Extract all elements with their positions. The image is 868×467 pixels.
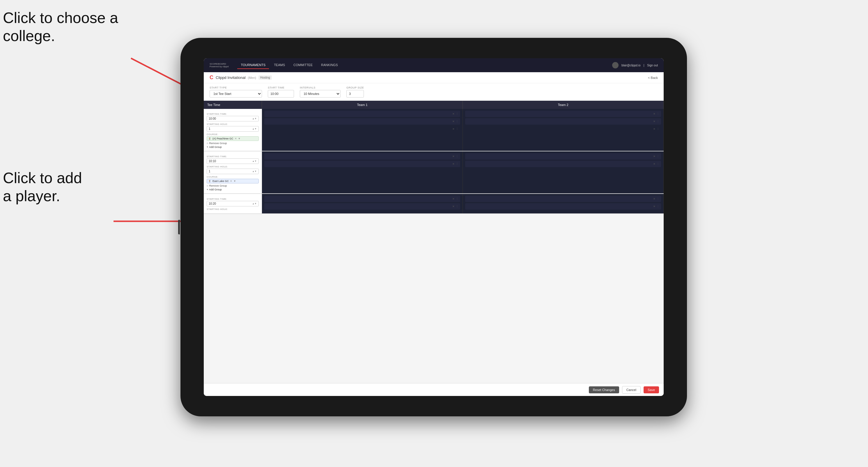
expand-icon[interactable]: ✕ [452, 127, 455, 130]
course-remove-1[interactable]: ✕ [235, 137, 237, 140]
start-type-group: Start Type 1st Tee Start [210, 86, 262, 97]
list-item[interactable]: ✕ ⋮ [264, 118, 460, 125]
list-item[interactable]: ✕ ⋮ [264, 196, 460, 202]
course-tag-2[interactable]: 🏌 East Lake GC ✕ ▼ [207, 179, 259, 183]
more-icon[interactable]: ⋮ [657, 162, 659, 165]
intervals-select[interactable]: 10 Minutes [300, 90, 341, 97]
expand-icon[interactable]: ✕ [452, 113, 455, 115]
starting-hole-input-1[interactable]: 1 ▲▼ [207, 126, 259, 132]
starting-time-input-3[interactable]: 10:20 ▲▼ [207, 201, 259, 207]
starting-time-label-3: STARTING TIME: [207, 198, 259, 200]
more-icon[interactable]: ⋮ [456, 197, 459, 200]
more-icon[interactable]: ⋮ [657, 205, 659, 208]
start-time-label: Start Time [268, 86, 294, 89]
user-email: blair@clippd.io [621, 64, 641, 67]
more-icon[interactable]: ⋮ [456, 205, 459, 208]
start-type-select[interactable]: 1st Tee Start [210, 90, 262, 97]
table-row: STARTING TIME: 10:20 ▲▼ STARTING HOLE: ✕… [204, 194, 664, 214]
table-row: STARTING TIME: 10:10 ▲▼ STARTING HOLE: 1… [204, 151, 664, 194]
hosting-badge: Hosting [258, 75, 272, 80]
expand-icon[interactable]: ✕ [653, 205, 655, 208]
more-icon[interactable]: ⋮ [456, 113, 459, 115]
expand-icon[interactable]: ✕ [452, 162, 455, 165]
expand-icon[interactable]: ✕ [653, 127, 655, 130]
list-item[interactable]: ✕ ⋮ [465, 161, 661, 167]
course-remove-2[interactable]: ✕ [230, 180, 232, 183]
left-panel-3: STARTING TIME: 10:20 ▲▼ STARTING HOLE: [204, 194, 262, 213]
more-icon[interactable]: ⋮ [657, 120, 659, 123]
expand-icon[interactable]: ✕ [452, 120, 455, 123]
expand-icon[interactable]: ✕ [653, 162, 655, 165]
expand-icon[interactable]: ✕ [653, 155, 655, 158]
table-body: STARTING TIME: 10:00 ▲▼ STARTING HOLE: 1… [204, 109, 664, 383]
more-icon[interactable]: ⋮ [456, 162, 459, 165]
sub-header: C Clippd Invitational (Men) Hosting < Ba… [204, 72, 664, 83]
table-header: Tee Time Team 1 Team 2 [204, 101, 664, 109]
table-row: STARTING TIME: 10:00 ▲▼ STARTING HOLE: 1… [204, 109, 664, 151]
course-icon-1: 🏌 [209, 137, 211, 140]
list-item[interactable]: ✕ ⋮ [264, 126, 460, 132]
list-item[interactable]: ✕ ⋮ [264, 161, 460, 167]
team2-header: Team 2 [463, 101, 664, 109]
starting-time-input-2[interactable]: 10:10 ▲▼ [207, 158, 259, 164]
nav-teams[interactable]: TEAMS [271, 61, 288, 69]
list-item[interactable]: ✕ ⋮ [465, 196, 661, 202]
group-size-input[interactable] [346, 90, 364, 97]
sign-out-link[interactable]: Sign out [647, 64, 658, 67]
more-icon[interactable]: ⋮ [657, 113, 659, 115]
expand-icon[interactable]: ✕ [653, 113, 655, 115]
left-panel-1: STARTING TIME: 10:00 ▲▼ STARTING HOLE: 1… [204, 109, 262, 151]
course-arrow-2[interactable]: ▼ [234, 180, 236, 183]
back-button[interactable]: < Back [648, 76, 658, 80]
starting-hole-label-2: STARTING HOLE: [207, 165, 259, 168]
left-panel-2: STARTING TIME: 10:10 ▲▼ STARTING HOLE: 1… [204, 151, 262, 193]
list-item[interactable]: ✕ ⋮ [465, 126, 661, 132]
footer: Reset Changes Cancel Save [204, 383, 664, 396]
more-icon[interactable]: ⋮ [456, 120, 459, 123]
more-icon[interactable]: ⋮ [456, 127, 459, 130]
team2-col-2: ✕ ⋮ ✕ ⋮ [463, 151, 664, 193]
expand-icon[interactable]: ✕ [452, 155, 455, 158]
start-time-input[interactable] [268, 90, 294, 97]
sub-header-left: C Clippd Invitational (Men) Hosting [210, 74, 272, 81]
list-item[interactable]: ✕ ⋮ [465, 111, 661, 117]
course-arrow-1[interactable]: ▼ [238, 137, 241, 140]
brand-c: C [210, 74, 213, 81]
course-name-2: East Lake GC [213, 180, 229, 183]
brand-title: SCOREBOARD [210, 63, 228, 65]
nav-user: blair@clippd.io | Sign out [612, 62, 658, 68]
expand-icon[interactable]: ✕ [653, 120, 655, 123]
team1-col-1: ✕ ⋮ ✕ ⋮ ✕ ⋮ [262, 109, 463, 151]
add-group-1[interactable]: + Add Group [207, 146, 259, 149]
tee-time-header: Tee Time [204, 101, 262, 109]
save-button[interactable]: Save [644, 386, 659, 393]
expand-icon[interactable]: ✕ [452, 205, 455, 208]
cancel-button[interactable]: Cancel [622, 386, 641, 394]
list-item[interactable]: ✕ ⋮ [465, 203, 661, 210]
list-item[interactable]: ✕ ⋮ [264, 153, 460, 160]
expand-icon[interactable]: ✕ [452, 197, 455, 200]
course-tag-1[interactable]: 🏌 (A) Peachtree GC ✕ ▼ [207, 136, 259, 141]
list-item[interactable]: ✕ ⋮ [465, 153, 661, 160]
more-icon[interactable]: ⋮ [657, 127, 659, 130]
nav-tournaments[interactable]: TOURNAMENTS [237, 61, 269, 69]
list-item[interactable]: ✕ ⋮ [465, 118, 661, 125]
form-row: Start Type 1st Tee Start Start Time Inte… [204, 83, 664, 101]
more-icon[interactable]: ⋮ [657, 155, 659, 158]
remove-group-2[interactable]: ○ Remove Group [207, 184, 259, 187]
nav-committee[interactable]: COMMITTEE [290, 61, 316, 69]
list-item[interactable]: ✕ ⋮ [264, 111, 460, 117]
starting-hole-input-2[interactable]: 1 ▲▼ [207, 168, 259, 174]
more-icon[interactable]: ⋮ [657, 197, 659, 200]
more-icon[interactable]: ⋮ [456, 155, 459, 158]
tournament-name: Clippd Invitational (Men) [216, 75, 256, 80]
list-item[interactable]: ✕ ⋮ [264, 203, 460, 210]
expand-icon[interactable]: ✕ [653, 197, 655, 200]
annotation-choose-college: Click to choose acollege. [3, 9, 118, 45]
reset-button[interactable]: Reset Changes [589, 386, 619, 393]
tournament-title: Clippd Invitational [216, 75, 246, 80]
add-group-2[interactable]: + Add Group [207, 188, 259, 191]
nav-rankings[interactable]: RANKINGS [317, 61, 341, 69]
starting-time-input-1[interactable]: 10:00 ▲▼ [207, 116, 259, 121]
remove-group-1[interactable]: ○ Remove Group [207, 142, 259, 145]
